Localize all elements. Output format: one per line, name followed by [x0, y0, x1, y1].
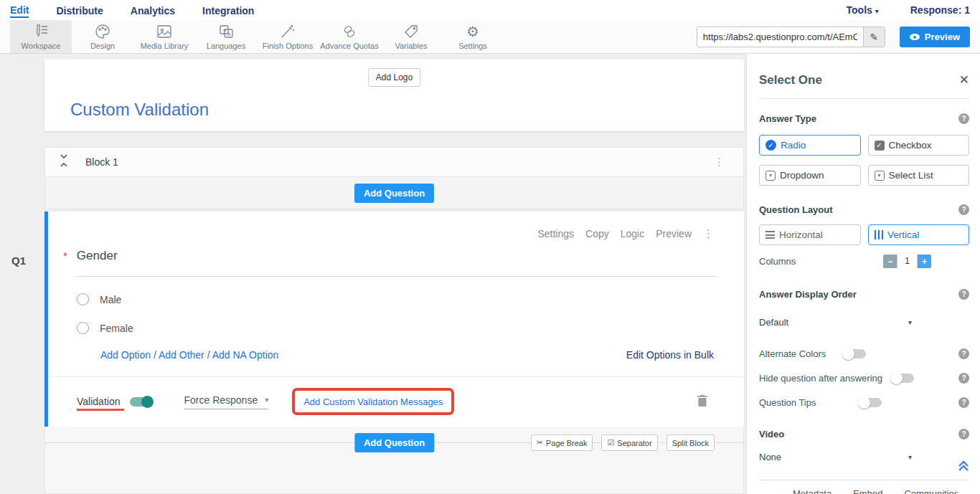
survey-url-input[interactable] — [697, 27, 863, 47]
toolbar-item-settings[interactable]: ⚙ Settings — [442, 20, 504, 53]
tools-menu[interactable]: Tools ▾ — [847, 4, 879, 16]
split-block-button[interactable]: Split Block — [666, 434, 715, 451]
add-option-link[interactable]: Add Option — [100, 349, 151, 361]
help-icon[interactable]: ? — [958, 373, 969, 384]
add-question-button-bottom[interactable]: Add Question — [354, 433, 434, 452]
question-menu-icon[interactable] — [703, 227, 714, 240]
response-count[interactable]: Response: 1 — [910, 4, 970, 16]
question-copy-link[interactable]: Copy — [585, 228, 609, 239]
question-settings-panel: Select One ✕ Answer Type ? ✓ Radio ✓ Che… — [746, 54, 980, 494]
panel-header: Select One ✕ — [759, 72, 969, 87]
video-dropdown[interactable]: None ▾ — [759, 452, 912, 462]
answer-type-checkbox[interactable]: ✓ Checkbox — [868, 135, 970, 156]
help-icon[interactable]: ? — [958, 348, 969, 359]
radio-female[interactable] — [77, 322, 89, 334]
validation-label[interactable]: Validation — [77, 396, 120, 410]
nav-analytics[interactable]: Analytics — [131, 4, 175, 16]
answer-type-radio[interactable]: ✓ Radio — [759, 135, 861, 156]
question-number-label: Q1 — [11, 255, 26, 267]
validation-row: Validation Force Response ▾ Add Custom V… — [48, 376, 744, 427]
toolbar-item-languages[interactable]: ✶A Languages — [195, 20, 257, 53]
toggle-knob — [141, 396, 154, 408]
question-tips-label: Question Tips — [759, 397, 816, 408]
help-icon[interactable]: ? — [958, 429, 969, 440]
help-icon[interactable]: ? — [958, 113, 969, 124]
translate-icon: ✶A — [217, 24, 235, 39]
layout-vertical[interactable]: Vertical — [868, 224, 970, 245]
layout-horizontal[interactable]: Horizontal — [759, 224, 861, 245]
question-card: Settings Copy Logic Preview * Gender Mal… — [44, 212, 744, 427]
hide-question-toggle[interactable] — [892, 374, 914, 383]
nav-integration[interactable]: Integration — [202, 4, 254, 16]
chevron-down-icon: ▾ — [265, 396, 268, 404]
toggle-knob — [858, 396, 870, 409]
answer-type-label: Answer Type — [759, 113, 816, 124]
answer-display-order-label: Answer Display Order — [759, 289, 857, 300]
chevron-down-icon: ▾ — [875, 7, 879, 15]
tab-communities[interactable]: Communities — [904, 488, 958, 494]
scroll-to-top-icon[interactable] — [957, 460, 970, 475]
columns-decrement-button[interactable]: − — [883, 255, 897, 268]
toolbar-item-media-library[interactable]: Media Library — [133, 20, 195, 53]
add-logo-button[interactable]: Add Logo — [368, 68, 420, 87]
page-break-button[interactable]: ✂Page Break — [531, 434, 593, 451]
toolbar-item-workspace[interactable]: Workspace — [10, 20, 72, 53]
answer-type-select-list[interactable]: ▾ Select List — [868, 165, 970, 186]
question-logic-link[interactable]: Logic — [621, 228, 644, 239]
nav-distribute[interactable]: Distribute — [56, 4, 103, 16]
question-tips-toggle[interactable] — [859, 398, 882, 407]
hide-question-label: Hide question after answering — [759, 373, 882, 384]
survey-canvas: Add Logo Custom Validation Block 1 Add Q… — [44, 54, 744, 494]
validation-toggle[interactable] — [130, 397, 152, 407]
add-na-option-link[interactable]: Add NA Option — [212, 349, 279, 361]
option-label-male[interactable]: Male — [100, 294, 121, 305]
add-custom-validation-messages-link[interactable]: Add Custom Validation Messages — [303, 396, 443, 407]
add-question-strip-top: Add Question — [44, 177, 744, 209]
option-label-female[interactable]: Female — [100, 323, 133, 334]
tab-embed[interactable]: Embed — [853, 488, 882, 494]
alternate-colors-label: Alternate Colors — [759, 348, 826, 359]
question-title[interactable]: Gender — [77, 249, 118, 263]
preview-button[interactable]: Preview — [900, 27, 970, 47]
alternate-colors-toggle[interactable] — [844, 349, 866, 358]
columns-stepper: − 1 + — [883, 255, 931, 268]
columns-increment-button[interactable]: + — [918, 255, 931, 268]
answer-type-dropdown[interactable]: ▾ Dropdown — [759, 165, 861, 186]
collapse-block-icon[interactable] — [58, 152, 70, 172]
edit-options-in-bulk-link[interactable]: Edit Options in Bulk — [626, 349, 714, 361]
panel-title: Select One — [759, 73, 822, 87]
dropdown-box-icon: ▾ — [765, 171, 776, 181]
help-icon[interactable]: ? — [958, 289, 969, 300]
tag-icon — [402, 24, 420, 39]
toolbar-item-variables[interactable]: Variables — [380, 20, 442, 53]
vertical-bars-icon — [875, 230, 884, 239]
toolbar-item-advance-quotas[interactable]: Advance Quotas — [319, 20, 380, 53]
block-title[interactable]: Block 1 — [85, 156, 118, 168]
option-row-male: Male — [77, 293, 121, 305]
toolbar-item-design[interactable]: Design — [72, 20, 133, 53]
tab-metadata[interactable]: Metadata — [793, 488, 831, 494]
separator-button[interactable]: ☑Separator — [601, 434, 657, 451]
answer-type-grid: ✓ Radio ✓ Checkbox ▾ Dropdown ▾ Select L… — [759, 135, 969, 186]
help-icon[interactable]: ? — [958, 204, 969, 215]
radio-male[interactable] — [77, 293, 89, 305]
columns-label: Columns — [759, 256, 796, 267]
block-menu-icon[interactable] — [714, 156, 725, 168]
survey-title[interactable]: Custom Validation — [70, 100, 209, 120]
close-icon[interactable]: ✕ — [959, 72, 969, 87]
top-nav: Edit Distribute Analytics Integration To… — [0, 0, 980, 20]
panel-divider — [759, 98, 969, 99]
help-icon[interactable]: ? — [958, 397, 969, 408]
toolbar-item-finish-options[interactable]: Finish Options — [257, 20, 319, 53]
add-question-button-top[interactable]: Add Question — [354, 184, 434, 203]
nav-edit[interactable]: Edit — [10, 3, 29, 18]
force-response-dropdown[interactable]: Force Response ▾ — [184, 394, 268, 409]
trash-icon[interactable] — [697, 394, 708, 410]
display-order-dropdown[interactable]: Default ▾ — [759, 317, 912, 328]
question-settings-link[interactable]: Settings — [537, 228, 574, 239]
question-preview-link[interactable]: Preview — [656, 228, 692, 239]
add-other-link[interactable]: Add Other — [159, 349, 204, 361]
option-links: Add Option / Add Other / Add NA Option — [100, 349, 278, 361]
edit-url-button[interactable]: ✎ — [863, 27, 885, 47]
toolbar: Workspace Design Media Library ✶A Langua… — [0, 20, 980, 54]
